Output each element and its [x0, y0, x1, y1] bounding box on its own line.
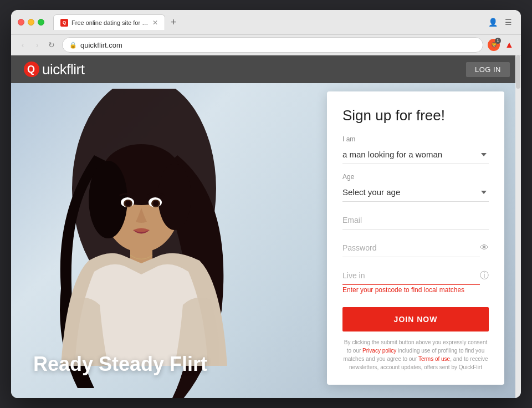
password-input[interactable]: [342, 238, 480, 257]
password-group: 👁: [342, 238, 489, 257]
logo-text: uickflirt: [42, 61, 84, 78]
iam-select[interactable]: a man looking for a woman a woman lookin…: [342, 145, 489, 164]
signup-card: Sign up for free! I am a man looking for…: [327, 91, 504, 385]
legal-text: By clicking the submit button above you …: [342, 338, 489, 371]
privacy-policy-link[interactable]: Privacy policy: [362, 348, 396, 354]
iam-label: I am: [342, 135, 489, 143]
woman-svg: [22, 89, 288, 398]
join-button[interactable]: JOIN NOW: [342, 307, 489, 332]
logo-icon: Q: [22, 60, 41, 79]
terms-link[interactable]: Terms of use: [418, 356, 450, 362]
forward-button[interactable]: ›: [31, 39, 43, 51]
right-browser-icons: 🦁 1 ▲: [488, 39, 515, 51]
browser-window: Q Free online dating site for single ✕ +…: [11, 10, 521, 398]
url-bar[interactable]: 🔒 quickflirt.com: [62, 37, 483, 53]
close-button[interactable]: [18, 19, 24, 26]
menu-icon[interactable]: ☰: [502, 16, 514, 28]
hero-text: Ready Steady Flirt: [33, 353, 207, 376]
brave-shield-icon[interactable]: 🦁 1: [488, 39, 500, 51]
tab-favicon: Q: [60, 19, 68, 27]
maximize-button[interactable]: [38, 19, 44, 26]
svg-point-13: [153, 201, 158, 206]
active-tab[interactable]: Q Free online dating site for single ✕: [53, 14, 165, 30]
title-bar: Q Free online dating site for single ✕ +…: [11, 10, 521, 35]
livein-input[interactable]: [342, 266, 480, 285]
url-text: quickflirt.com: [80, 41, 122, 49]
email-group: [342, 211, 489, 230]
brave-badge: 1: [495, 38, 501, 44]
show-password-icon[interactable]: 👁: [480, 243, 489, 253]
iam-group: I am a man looking for a woman a woman l…: [342, 135, 489, 164]
help-icon[interactable]: ⓘ: [480, 270, 489, 282]
traffic-lights: [18, 19, 44, 26]
reload-button[interactable]: ↻: [45, 39, 58, 51]
address-bar: ‹ › ↻ 🔒 quickflirt.com 🦁 1 ▲: [11, 35, 521, 55]
svg-text:Q: Q: [27, 64, 35, 75]
new-tab-button[interactable]: +: [167, 17, 180, 28]
svg-point-7: [158, 164, 191, 230]
lock-icon: 🔒: [69, 42, 77, 49]
hero-image: [22, 89, 288, 398]
logo: Q uickflirt: [22, 60, 84, 79]
nav-buttons: ‹ › ↻: [17, 39, 58, 51]
site-header: Q uickflirt LOG IN: [11, 55, 521, 83]
user-icon[interactable]: 👤: [487, 16, 499, 28]
scrollbar[interactable]: [515, 55, 521, 398]
back-button[interactable]: ‹: [17, 39, 29, 51]
tab-bar: Q Free online dating site for single ✕ +: [53, 14, 482, 30]
svg-point-12: [125, 201, 131, 206]
warning-icon[interactable]: ▲: [503, 39, 515, 51]
scrollbar-thumb[interactable]: [516, 55, 520, 89]
hero-title: Ready Steady Flirt: [33, 353, 207, 376]
password-wrapper: 👁: [342, 238, 489, 257]
email-input[interactable]: [342, 211, 489, 230]
age-select[interactable]: Select your age 18192021 25303540 455055…: [342, 183, 489, 202]
age-group: Age Select your age 18192021 25303540 45…: [342, 173, 489, 202]
page-content: Q uickflirt LOG IN: [11, 55, 521, 398]
login-button[interactable]: LOG IN: [466, 62, 510, 77]
signup-title: Sign up for free!: [342, 107, 489, 124]
livein-error: Enter your postcode to find local matche…: [342, 286, 489, 294]
age-label: Age: [342, 173, 489, 181]
svg-point-6: [89, 161, 127, 238]
minimize-button[interactable]: [28, 19, 34, 26]
livein-wrapper: ⓘ: [342, 266, 489, 285]
tab-title: Free online dating site for single: [71, 19, 149, 26]
browser-icons: 👤 ☰: [487, 16, 514, 28]
tab-close-icon[interactable]: ✕: [152, 19, 158, 27]
livein-group: ⓘ Enter your postcode to find local matc…: [342, 266, 489, 294]
